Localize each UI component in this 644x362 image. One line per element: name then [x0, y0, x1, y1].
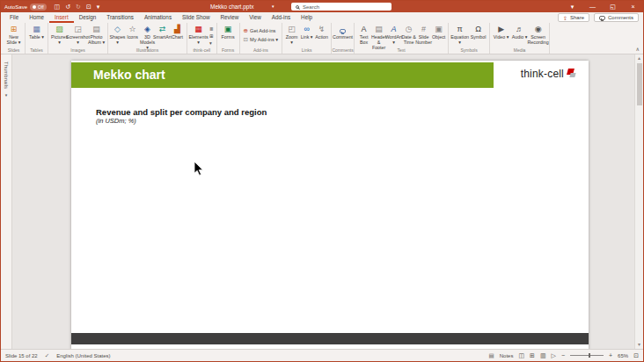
tab-help[interactable]: Help	[296, 12, 318, 23]
link-button[interactable]: ∞ Link ▾	[299, 25, 314, 40]
slide-number-button[interactable]: # Slide Number	[416, 25, 431, 45]
normal-view-button[interactable]: ◫	[518, 352, 524, 359]
text-box-button[interactable]: A Text Box	[356, 25, 371, 45]
group-name: Comments	[332, 47, 354, 53]
slide-indicator: Slide 15 of 22	[5, 353, 38, 358]
table-button[interactable]: ▦ Table ▾	[27, 25, 46, 40]
slide-scrollbar[interactable]: ▴ ▾	[634, 54, 643, 349]
zoom-button[interactable]: ◰ Zoom ▾	[284, 25, 299, 45]
language-indicator[interactable]: English (United States)	[56, 353, 110, 358]
object-button[interactable]: ▣ Object	[431, 25, 446, 40]
shapes-button[interactable]: ◇ Shapes ▾	[110, 25, 125, 45]
screen-recording-button[interactable]: ◉ Screen Recording	[529, 25, 547, 45]
autosave-toggle[interactable]: Off	[30, 4, 47, 11]
think-cell-tool-button-1[interactable]: ≣	[209, 26, 214, 32]
tab-view[interactable]: View	[244, 12, 267, 23]
thumbnails-pane[interactable]: Thumbnails ▾	[1, 54, 12, 349]
fit-slide-to-window-button[interactable]: ⊡	[633, 352, 639, 359]
my-add-ins-button[interactable]: ⊡ My Add-ins ▾	[244, 36, 278, 42]
icons-button[interactable]: ☆ Icons	[125, 25, 140, 40]
minimize-button[interactable]: —	[582, 1, 603, 12]
photo-album-icon: ▤	[92, 25, 100, 33]
forms-button[interactable]: ▣ Forms	[219, 25, 238, 40]
video-button[interactable]: ▶ Video ▾	[492, 25, 510, 40]
scroll-down-icon[interactable]: ▾	[638, 342, 640, 348]
comments-button[interactable]: Comments	[594, 13, 639, 22]
scrollbar-thumb[interactable]	[637, 63, 642, 105]
tab-slide-show[interactable]: Slide Show	[177, 12, 216, 23]
slide-number-icon: #	[421, 25, 426, 33]
present-from-beginning-icon[interactable]: ⊡	[86, 4, 91, 11]
comment-button[interactable]: Comment	[333, 25, 352, 40]
tab-transitions[interactable]: Transitions	[101, 12, 139, 23]
ribbon-group-slides: ⊞ New Slide ▾ Slides	[3, 23, 26, 54]
think-cell-small-buttons: ≣ ⊞ ▾	[208, 25, 215, 46]
button-label: Audio ▾	[512, 34, 528, 40]
zoom-slider-thumb[interactable]	[589, 353, 590, 358]
tab-insert[interactable]: Insert	[49, 12, 74, 23]
share-button[interactable]: ⇪ Share	[558, 13, 589, 22]
smartart-button[interactable]: ⇄ SmartArt	[155, 25, 170, 40]
window-controls: ▾ — ◱ ×	[562, 1, 643, 12]
button-label: SmartArt	[153, 34, 172, 40]
zoom-out-button[interactable]: −	[561, 352, 565, 358]
share-label: Share	[570, 15, 584, 20]
undo-icon[interactable]: ↺	[65, 4, 70, 11]
slide[interactable]: Mekko chart think-cell Revenue and split…	[71, 61, 589, 350]
equation-button[interactable]: π Equation ▾	[450, 25, 469, 45]
search-input[interactable]: Search	[291, 3, 392, 11]
button-label: Action	[315, 34, 328, 40]
quick-access-toolbar: ◫ ↺ ↻ ⊡ ▾	[55, 4, 100, 11]
ribbon-display-options-icon[interactable]: ▾	[562, 1, 582, 12]
zoom-level[interactable]: 65%	[618, 353, 628, 358]
action-button[interactable]: ↯ Action	[314, 25, 329, 40]
screenshot-button[interactable]: ◲ Screenshot ▾	[69, 25, 87, 45]
think-cell-tool-button-3[interactable]: ▾	[209, 40, 214, 46]
notes-button[interactable]: Notes	[500, 353, 514, 358]
tab-add-ins[interactable]: Add-ins	[267, 12, 296, 23]
tab-review[interactable]: Review	[216, 12, 245, 23]
date-time-button[interactable]: ◷ Date & Time	[401, 25, 416, 45]
share-icon: ⇪	[563, 15, 567, 21]
chart-title[interactable]: Revenue and split per company and region	[96, 107, 267, 117]
redo-icon[interactable]: ↻	[76, 4, 81, 11]
scroll-up-icon[interactable]: ▴	[638, 55, 640, 62]
button-label: My Add-ins ▾	[250, 37, 278, 42]
group-name: Tables	[26, 47, 48, 53]
tab-home[interactable]: Home	[24, 12, 49, 23]
restore-button[interactable]: ◱	[603, 1, 623, 12]
get-add-ins-button[interactable]: ⊕ Get Add-ins	[244, 27, 278, 33]
header-footer-button[interactable]: ▤ Header & Footer	[371, 25, 386, 50]
symbol-button[interactable]: Ω Symbol	[469, 25, 487, 40]
chart-button[interactable]: ▟ Chart	[170, 25, 185, 40]
chevron-down-icon[interactable]: ▾	[5, 92, 8, 98]
think-cell-elements-button[interactable]: ▦ Elements ▾	[189, 25, 208, 45]
zoom-in-button[interactable]: +	[609, 352, 612, 358]
slideshow-button[interactable]: ▷	[552, 352, 556, 359]
reading-view-button[interactable]: ▥	[540, 352, 546, 359]
slide-sorter-view-button[interactable]: ⊞	[530, 352, 535, 359]
zoom-slider[interactable]	[570, 355, 604, 356]
equation-icon: π	[457, 25, 462, 33]
save-icon[interactable]: ◫	[55, 4, 61, 11]
tab-animations[interactable]: Animations	[139, 12, 177, 23]
tab-file[interactable]: File	[4, 12, 24, 23]
button-label: Chart	[172, 34, 183, 40]
think-cell-tool-button-2[interactable]: ⊞	[209, 33, 214, 39]
collapse-ribbon-button[interactable]: ∧	[636, 47, 640, 52]
slide-title-bar[interactable]: Mekko chart	[71, 62, 494, 88]
wordart-button[interactable]: A WordArt ▾	[386, 25, 401, 45]
button-label: Slide Number	[415, 34, 432, 45]
tab-design[interactable]: Design	[74, 12, 102, 23]
customize-toolbar-icon[interactable]: ▾	[97, 4, 100, 11]
chart-subtitle[interactable]: (in USDm; %)	[96, 117, 136, 125]
spellcheck-icon[interactable]: ✓	[45, 352, 49, 359]
close-button[interactable]: ×	[623, 1, 643, 12]
photo-album-button[interactable]: ▤ Photo Album ▾	[87, 25, 106, 45]
audio-button[interactable]: ♬ Audio ▾	[510, 25, 529, 40]
link-icon: ∞	[304, 25, 309, 33]
new-slide-button[interactable]: ⊞ New Slide ▾	[4, 25, 23, 45]
slide-title: Mekko chart	[93, 68, 165, 82]
document-title[interactable]: Mekko chart.pptx	[210, 1, 254, 12]
ribbon-group-comments: Comment Comments	[332, 23, 355, 54]
